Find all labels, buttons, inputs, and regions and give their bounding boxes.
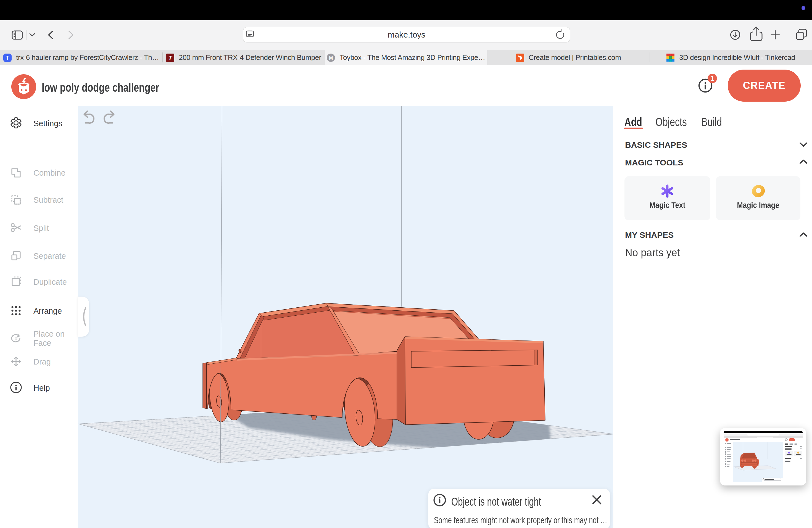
svg-text:make.toys: make.toys bbox=[388, 30, 425, 39]
svg-text:T: T bbox=[169, 54, 173, 61]
svg-text:T: T bbox=[6, 55, 9, 61]
svg-text:M: M bbox=[329, 56, 333, 61]
